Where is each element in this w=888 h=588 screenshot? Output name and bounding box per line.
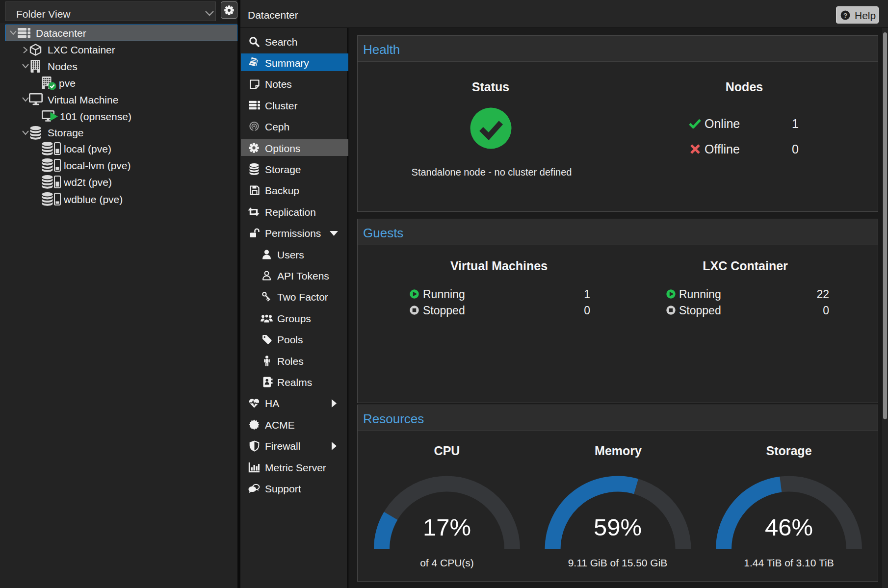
svg-text:?: ? <box>843 12 847 19</box>
